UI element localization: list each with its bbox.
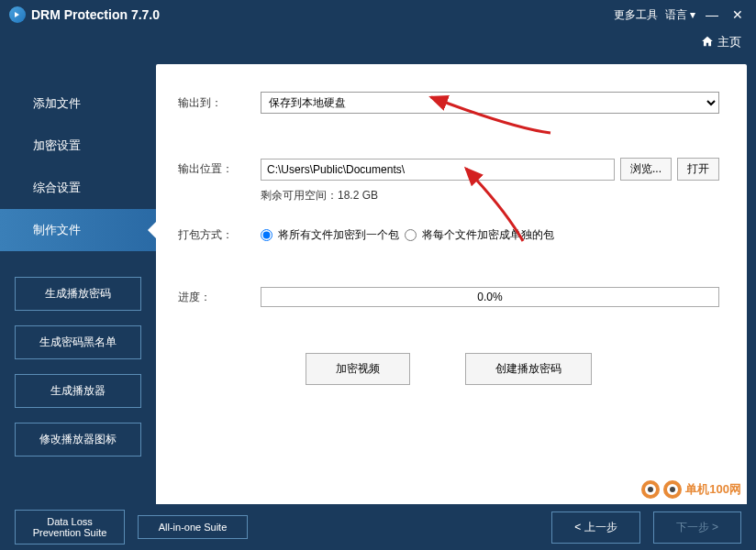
minimize-button[interactable]: — (703, 7, 721, 22)
footer: Data Loss Prevention Suite All-in-one Su… (0, 504, 756, 550)
pack-method-label: 打包方式： (178, 227, 261, 243)
close-button[interactable]: ✕ (728, 7, 747, 22)
app-logo-icon (9, 6, 26, 23)
prev-step-button[interactable]: < 上一步 (551, 512, 639, 544)
gen-play-password-button[interactable]: 生成播放密码 (15, 277, 141, 311)
nav-encrypt-settings[interactable]: 加密设置 (0, 125, 156, 167)
content-panel: 输出到： 保存到本地硬盘 输出位置： 浏览... 打开 剩余可用空间：18.2 … (156, 64, 747, 550)
topbar: 主页 (0, 29, 756, 55)
output-to-label: 输出到： (178, 95, 261, 111)
open-button[interactable]: 打开 (677, 158, 719, 181)
gen-player-button[interactable]: 生成播放器 (15, 374, 141, 408)
next-step-button: 下一步 > (653, 512, 741, 544)
browse-button[interactable]: 浏览... (620, 158, 672, 181)
app-logo: DRM Protection 7.7.0 (9, 6, 160, 23)
nav-add-file[interactable]: 添加文件 (0, 82, 156, 125)
output-location-label: 输出位置： (178, 161, 261, 177)
output-to-select[interactable]: 保存到本地硬盘 (261, 92, 719, 114)
pack-separate-radio[interactable]: 将每个文件加密成单独的包 (405, 227, 554, 243)
progress-bar: 0.0% (261, 287, 719, 307)
suite2-button[interactable]: All-in-one Suite (138, 515, 248, 539)
home-link[interactable]: 主页 (701, 34, 741, 50)
progress-label: 进度： (178, 290, 261, 305)
encrypt-video-button[interactable]: 加密视频 (306, 353, 410, 385)
dropdown-icon: ▾ (690, 8, 695, 21)
suite1-button[interactable]: Data Loss Prevention Suite (15, 510, 125, 544)
create-play-code-button[interactable]: 创建播放密码 (465, 353, 592, 385)
home-icon (701, 35, 714, 50)
watermark: 单机100网 (641, 480, 741, 499)
modify-player-icon-button[interactable]: 修改播放器图标 (15, 423, 141, 456)
gen-password-blacklist-button[interactable]: 生成密码黑名单 (15, 325, 141, 359)
app-title: DRM Protection 7.7.0 (31, 7, 160, 22)
pack-single-radio[interactable]: 将所有文件加密到一个包 (261, 227, 399, 243)
titlebar: DRM Protection 7.7.0 更多工具 语言 ▾ — ✕ (0, 0, 756, 29)
more-tools-link[interactable]: 更多工具 (614, 7, 658, 23)
sidebar: 添加文件 加密设置 综合设置 制作文件 生成播放密码 生成密码黑名单 生成播放器… (0, 55, 156, 550)
nav-create-file[interactable]: 制作文件 (0, 209, 156, 251)
watermark-icon (641, 480, 660, 499)
watermark-icon (663, 480, 682, 499)
language-link[interactable]: 语言 ▾ (665, 7, 695, 23)
nav-general-settings[interactable]: 综合设置 (0, 167, 156, 209)
output-location-input[interactable] (261, 159, 615, 181)
free-space-hint: 剩余可用空间：18.2 GB (261, 188, 719, 204)
